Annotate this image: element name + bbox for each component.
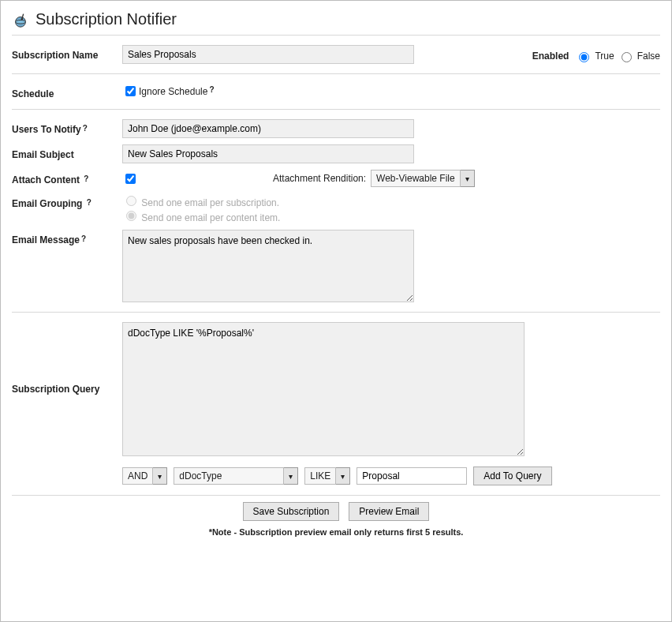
query-op-select[interactable]: LIKE ▾ [304, 467, 350, 485]
page-title: Subscription Notifier [35, 10, 177, 28]
app-icon [12, 11, 29, 28]
enabled-false-text: False [637, 51, 660, 62]
users-label: Users To Notify [12, 124, 81, 135]
attach-content-checkbox[interactable] [125, 174, 136, 184]
query-conj-select[interactable]: AND ▾ [122, 467, 167, 485]
chevron-down-icon[interactable]: ▾ [336, 467, 350, 485]
subscription-name-input[interactable] [122, 45, 414, 64]
attach-content-label: Attach Content [12, 174, 80, 185]
subscription-query-label: Subscription Query [12, 322, 122, 395]
email-subject-label: Email Subject [12, 144, 122, 160]
divider [12, 312, 660, 313]
divider [12, 495, 660, 496]
email-message-label: Email Message [12, 234, 80, 245]
help-icon[interactable]: ? [87, 198, 91, 207]
enabled-true-text: True [595, 51, 614, 62]
svg-point-1 [16, 20, 26, 24]
ignore-schedule-text: Ignore Schedule [139, 86, 207, 97]
email-subject-input[interactable] [122, 144, 414, 163]
grouping-per-item-radio [126, 211, 136, 221]
svg-point-3 [21, 17, 23, 20]
divider [12, 109, 660, 110]
grouping-per-subscription-radio [126, 196, 136, 206]
subscription-query-textarea[interactable] [122, 322, 525, 456]
add-to-query-button[interactable]: Add To Query [473, 466, 551, 485]
help-icon[interactable]: ? [209, 85, 214, 94]
enabled-label: Enabled [532, 51, 569, 62]
chevron-down-icon[interactable]: ▾ [153, 467, 167, 485]
query-value-input[interactable] [357, 467, 467, 485]
grouping-per-subscription-text: Send one email per subscription. [141, 197, 279, 208]
help-icon[interactable]: ? [83, 124, 88, 133]
grouping-per-item-text: Send one email per content item. [141, 212, 280, 223]
users-input[interactable] [122, 119, 414, 138]
enabled-false-radio[interactable] [622, 52, 632, 62]
divider [12, 73, 660, 74]
enabled-true-radio[interactable] [579, 52, 589, 62]
note-text: *Note - Subscription preview email only … [12, 527, 660, 537]
email-grouping-label: Email Grouping [12, 198, 82, 209]
chevron-down-icon[interactable]: ▾ [284, 467, 298, 485]
subscription-name-label: Subscription Name [12, 45, 122, 61]
divider [12, 35, 660, 36]
preview-email-button[interactable]: Preview Email [349, 502, 429, 521]
attachment-rendition-select[interactable]: Web-Viewable File ▾ [371, 170, 475, 187]
query-conj-value: AND [122, 467, 153, 485]
save-subscription-button[interactable]: Save Subscription [243, 502, 340, 521]
query-op-value: LIKE [304, 467, 336, 485]
email-message-textarea[interactable] [122, 230, 414, 302]
query-field-select[interactable]: dDocType ▾ [174, 467, 298, 485]
help-icon[interactable]: ? [81, 234, 86, 243]
attachment-rendition-value: Web-Viewable File [371, 170, 461, 187]
query-field-value: dDocType [174, 467, 284, 485]
ignore-schedule-checkbox[interactable] [125, 86, 136, 96]
chevron-down-icon[interactable]: ▾ [461, 170, 475, 187]
help-icon[interactable]: ? [84, 174, 88, 183]
attachment-rendition-label: Attachment Rendition: [273, 173, 366, 184]
schedule-label: Schedule [12, 84, 122, 99]
